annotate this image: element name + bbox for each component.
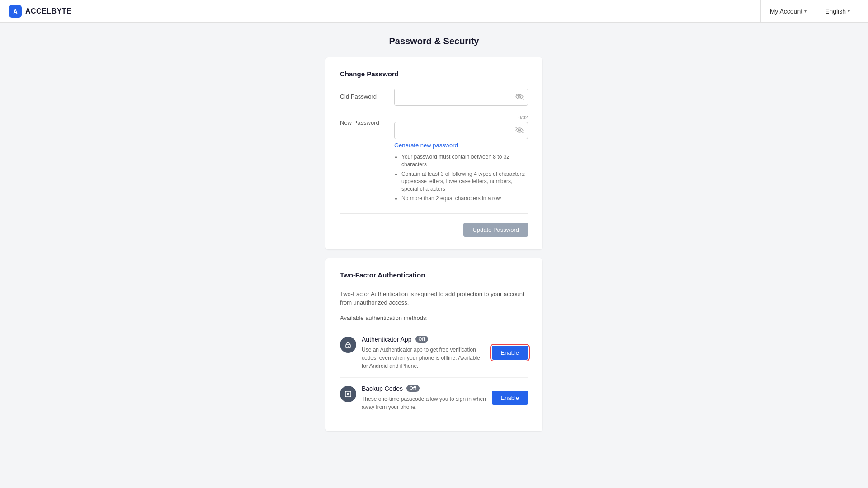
- new-password-input[interactable]: [394, 122, 528, 139]
- generate-password-link[interactable]: Generate new password: [394, 142, 528, 149]
- language-label: English: [825, 8, 846, 15]
- change-password-card: Change Password Old Password New Passwor: [326, 57, 542, 249]
- auth-method-icon: [340, 386, 356, 402]
- auth-method-status-badge: Off: [406, 385, 419, 392]
- change-password-title: Change Password: [340, 70, 528, 78]
- auth-method-header: Authenticator AppOff: [362, 336, 486, 343]
- svg-rect-6: [345, 391, 351, 397]
- old-password-input-container: [394, 89, 528, 106]
- old-password-label: Old Password: [340, 89, 394, 100]
- my-account-button[interactable]: My Account ▾: [760, 0, 816, 23]
- main-content: Password & Security Change Password Old …: [0, 23, 868, 488]
- auth-method: Authenticator AppOffUse an Authenticator…: [340, 328, 528, 378]
- svg-rect-8: [347, 394, 349, 395]
- page-title: Password & Security: [389, 36, 479, 47]
- my-account-label: My Account: [770, 8, 802, 15]
- logo-text: ACCELBYTE: [25, 7, 71, 15]
- new-password-input-wrapper: 0/32 Generate new password Your password…: [394, 115, 528, 204]
- old-password-group: Old Password: [340, 89, 528, 106]
- auth-method: Backup CodesOffThese one-time passcode a…: [340, 378, 528, 418]
- enable-backup-codes-button[interactable]: Enable: [492, 391, 528, 405]
- header: A ACCELBYTE My Account ▾ English ▾: [0, 0, 868, 23]
- svg-point-5: [348, 346, 349, 347]
- new-password-counter: 0/32: [394, 115, 528, 120]
- auth-method-header: Backup CodesOff: [362, 385, 486, 392]
- old-password-input[interactable]: [394, 89, 528, 106]
- update-password-button[interactable]: Update Password: [463, 223, 528, 237]
- password-rule: Your password must contain between 8 to …: [401, 153, 528, 169]
- password-rule: Contain at least 3 of following 4 types …: [401, 170, 528, 193]
- chevron-down-icon: ▾: [848, 9, 850, 14]
- auth-method-content: Backup CodesOffThese one-time passcode a…: [362, 385, 486, 411]
- card-divider: [340, 213, 528, 214]
- tfa-title: Two-Factor Authentication: [340, 271, 528, 279]
- header-right: My Account ▾ English ▾: [760, 0, 859, 23]
- language-button[interactable]: English ▾: [816, 0, 859, 23]
- tfa-methods-label: Available authentication methods:: [340, 314, 528, 321]
- logo: A ACCELBYTE: [9, 5, 71, 18]
- auth-method-name: Backup Codes: [362, 385, 403, 392]
- logo-icon: A: [9, 5, 22, 18]
- old-password-input-wrapper: [394, 89, 528, 106]
- enable-authenticator-button[interactable]: Enable: [492, 346, 528, 360]
- auth-method-status-badge: Off: [415, 336, 428, 343]
- chevron-down-icon: ▾: [804, 9, 807, 14]
- auth-methods-list: Authenticator AppOffUse an Authenticator…: [340, 328, 528, 418]
- auth-method-name: Authenticator App: [362, 336, 412, 343]
- auth-method-description: Use an Authenticator app to get free ver…: [362, 346, 486, 370]
- new-password-toggle-icon[interactable]: [515, 127, 524, 135]
- password-rules-list: Your password must contain between 8 to …: [394, 153, 528, 204]
- card-footer: Update Password: [340, 223, 528, 237]
- auth-method-description: These one-time passcode allow you to sig…: [362, 395, 486, 411]
- new-password-group: New Password 0/32 Generate new password …: [340, 115, 528, 204]
- new-password-label: New Password: [340, 115, 394, 126]
- auth-method-icon: [340, 337, 356, 353]
- two-factor-auth-card: Two-Factor Authentication Two-Factor Aut…: [326, 258, 542, 431]
- new-password-input-container: [394, 122, 528, 139]
- svg-rect-7: [347, 393, 349, 394]
- password-rule: No more than 2 equal characters in a row: [401, 195, 528, 202]
- svg-text:A: A: [13, 8, 18, 15]
- auth-method-content: Authenticator AppOffUse an Authenticator…: [362, 336, 486, 370]
- tfa-description: Two-Factor Authentication is required to…: [340, 290, 528, 307]
- old-password-toggle-icon[interactable]: [515, 94, 524, 101]
